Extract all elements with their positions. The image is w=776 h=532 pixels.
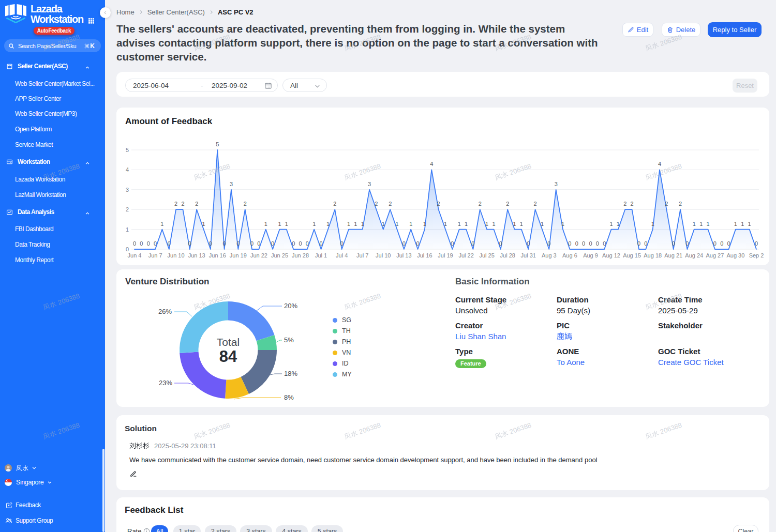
svg-text:Total: Total [217, 336, 240, 348]
svg-text:0: 0 [147, 240, 150, 247]
svg-text:1: 1 [354, 221, 357, 227]
svg-text:0: 0 [644, 240, 647, 247]
svg-text:2: 2 [333, 201, 336, 207]
svg-text:0: 0 [582, 240, 585, 247]
svg-text:Jul 1: Jul 1 [315, 252, 327, 259]
svg-text:Aug 15: Aug 15 [623, 252, 641, 259]
svg-text:Aug 9: Aug 9 [583, 252, 598, 259]
svg-text:Sep 2: Sep 2 [749, 252, 764, 259]
svg-text:0: 0 [320, 240, 323, 247]
svg-text:20%: 20% [284, 302, 297, 310]
svg-text:2: 2 [195, 201, 198, 207]
svg-text:5%: 5% [284, 336, 294, 344]
svg-text:Jul 4: Jul 4 [336, 252, 348, 259]
svg-text:2: 2 [665, 201, 668, 207]
svg-text:Jun 10: Jun 10 [168, 252, 185, 259]
svg-text:1: 1 [312, 221, 316, 227]
svg-text:Jun 16: Jun 16 [209, 252, 226, 259]
svg-text:4: 4 [126, 166, 129, 173]
svg-text:1: 1 [409, 221, 412, 227]
svg-text:1: 1 [520, 221, 523, 227]
svg-text:1: 1 [699, 221, 703, 227]
svg-text:0: 0 [271, 240, 274, 247]
svg-text:3: 3 [368, 181, 371, 187]
svg-text:0: 0 [292, 240, 295, 247]
svg-text:0: 0 [755, 240, 758, 247]
svg-text:1: 1 [444, 221, 447, 227]
svg-text:0: 0 [547, 240, 550, 247]
svg-text:2: 2 [181, 201, 184, 207]
svg-text:0: 0 [250, 240, 253, 247]
svg-text:0: 0 [168, 240, 171, 247]
svg-text:1: 1 [748, 221, 751, 227]
svg-text:0: 0 [451, 240, 454, 247]
svg-text:0: 0 [209, 240, 212, 247]
svg-text:3: 3 [230, 181, 233, 187]
svg-text:Jul 16: Jul 16 [417, 252, 432, 259]
svg-text:3: 3 [126, 187, 129, 193]
svg-text:Aug 21: Aug 21 [664, 252, 682, 259]
svg-text:2: 2 [126, 206, 129, 212]
svg-text:0: 0 [257, 240, 260, 247]
svg-text:0: 0 [223, 240, 226, 247]
svg-text:0: 0 [402, 240, 406, 247]
svg-text:2: 2 [174, 201, 177, 207]
svg-text:Jul 22: Jul 22 [458, 252, 473, 259]
svg-text:4: 4 [430, 161, 433, 167]
svg-text:2: 2 [389, 201, 392, 207]
svg-text:0: 0 [596, 240, 599, 247]
svg-text:1: 1 [465, 221, 468, 227]
svg-text:1: 1 [541, 221, 544, 227]
svg-text:0: 0 [471, 240, 474, 247]
svg-text:Jun 25: Jun 25 [271, 252, 288, 259]
svg-text:1: 1 [361, 221, 364, 227]
svg-text:2: 2 [679, 201, 682, 207]
svg-text:2: 2 [375, 201, 378, 207]
svg-text:0: 0 [236, 240, 240, 247]
svg-text:0: 0 [154, 240, 157, 247]
svg-text:8%: 8% [284, 393, 294, 401]
svg-text:0: 0 [188, 240, 191, 247]
svg-text:1: 1 [485, 221, 488, 227]
svg-text:1: 1 [492, 221, 495, 227]
svg-text:2: 2 [534, 201, 537, 207]
svg-text:1: 1 [741, 221, 744, 227]
svg-text:1: 1 [513, 221, 516, 227]
svg-text:Jul 28: Jul 28 [500, 252, 515, 259]
svg-text:1: 1 [617, 221, 620, 227]
svg-text:18%: 18% [284, 370, 297, 377]
svg-text:0: 0 [637, 240, 640, 247]
svg-text:Aug 30: Aug 30 [726, 252, 744, 259]
svg-text:5: 5 [216, 141, 219, 147]
svg-text:1: 1 [609, 221, 613, 227]
svg-text:2: 2 [631, 201, 634, 207]
svg-text:0: 0 [133, 240, 136, 247]
svg-text:4: 4 [658, 161, 661, 167]
svg-text:23%: 23% [159, 379, 172, 387]
svg-text:2: 2 [506, 201, 509, 207]
svg-text:Jun 4: Jun 4 [128, 252, 142, 259]
svg-text:1: 1 [160, 221, 163, 227]
svg-text:Jul 13: Jul 13 [396, 252, 411, 259]
svg-text:1: 1 [202, 221, 205, 227]
svg-text:0: 0 [140, 240, 143, 247]
svg-text:Jul 31: Jul 31 [521, 252, 536, 259]
svg-text:0: 0 [685, 240, 689, 247]
svg-text:Aug 27: Aug 27 [706, 252, 724, 259]
svg-text:0: 0 [527, 240, 530, 247]
svg-text:0: 0 [499, 240, 502, 247]
svg-text:Aug 12: Aug 12 [602, 252, 620, 259]
svg-text:Jun 28: Jun 28 [292, 252, 309, 259]
svg-text:1: 1 [285, 221, 288, 227]
svg-text:1: 1 [126, 226, 129, 233]
svg-text:Aug 18: Aug 18 [644, 252, 662, 259]
svg-text:0: 0 [720, 240, 723, 247]
svg-text:84: 84 [219, 347, 237, 366]
svg-text:1: 1 [382, 221, 385, 227]
svg-text:1: 1 [693, 221, 696, 227]
svg-text:1: 1 [347, 221, 350, 227]
svg-text:1: 1 [734, 221, 737, 227]
svg-text:2: 2 [244, 201, 247, 207]
svg-text:Jun 7: Jun 7 [148, 252, 162, 259]
svg-text:3: 3 [555, 181, 558, 187]
